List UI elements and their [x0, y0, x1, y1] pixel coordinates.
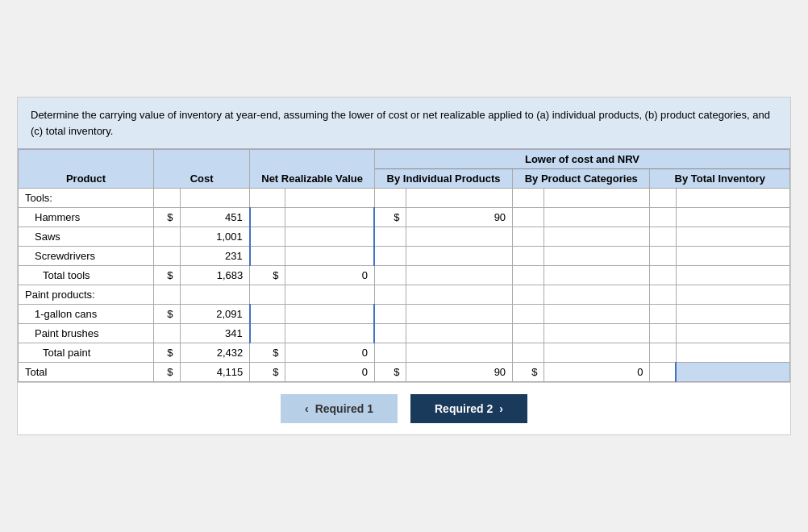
row-paint-header: Paint products: [19, 285, 790, 305]
prev-icon: ‹ [305, 402, 309, 415]
hammers-cost: 451 [180, 208, 250, 227]
total-tools-cost: 1,683 [180, 266, 250, 285]
total-paint-cost: 2,432 [180, 343, 250, 363]
label-total-paint: Total paint [19, 343, 154, 363]
required-1-label: Required 1 [315, 402, 373, 415]
label-saws: Saws [19, 227, 154, 247]
col-header-lower-label: Lower of cost and NRV [374, 150, 789, 169]
grand-cat-prefix: $ [513, 363, 544, 382]
row-tools-header: Tools: [19, 189, 790, 208]
label-paint-products: Paint products: [19, 285, 154, 305]
hammers-indiv-prefix: $ [374, 208, 406, 227]
hammers-indiv: 90 [406, 208, 513, 227]
row-total-tools: Total tools $ 1,683 $ 0 [19, 266, 790, 285]
grand-indiv: 90 [406, 363, 513, 382]
required-2-button[interactable]: Required 2 › [410, 394, 527, 423]
col-header-by-individual: By Individual Products [374, 169, 512, 189]
table-wrapper: Product Cost Net Realizable Value Lower … [18, 149, 790, 382]
label-screwdrivers: Screwdrivers [19, 247, 154, 266]
grand-cat: 0 [544, 363, 650, 382]
col-header-by-category: By Product Categories [513, 169, 650, 189]
row-saws: Saws 1,001 [19, 227, 790, 247]
total-paint-nrv-prefix: $ [250, 343, 285, 363]
label-tools: Tools: [19, 189, 154, 208]
saws-cost: 1,001 [180, 227, 250, 247]
instruction-content: Determine the carrying value of inventor… [31, 109, 770, 137]
total-tools-nrv-prefix: $ [250, 266, 285, 285]
total-tools-cost-prefix: $ [154, 266, 181, 285]
header-row-1: Product Cost Net Realizable Value Lower … [19, 150, 790, 169]
total-paint-nrv: 0 [285, 343, 375, 363]
label-paint-brushes: Paint brushes [19, 324, 154, 343]
grand-indiv-prefix: $ [374, 363, 406, 382]
hammers-cost-prefix: $ [154, 208, 181, 227]
row-screwdrivers: Screwdrivers 231 [19, 247, 790, 266]
grand-cost: 4,115 [180, 363, 250, 382]
inventory-table: Product Cost Net Realizable Value Lower … [18, 149, 790, 382]
label-gallon-cans: 1-gallon cans [19, 305, 154, 324]
total-tools-nrv: 0 [285, 266, 375, 285]
required-2-label: Required 2 [435, 402, 493, 415]
row-grand-total: Total $ 4,115 $ 0 $ 90 $ 0 [19, 363, 790, 382]
col-header-cost: Cost [154, 150, 250, 189]
row-total-paint: Total paint $ 2,432 $ 0 [19, 343, 790, 363]
total-paint-cost-prefix: $ [154, 343, 181, 363]
row-paint-brushes: Paint brushes 341 [19, 324, 790, 343]
instruction-text: Determine the carrying value of inventor… [18, 98, 790, 149]
grand-nrv: 0 [285, 363, 375, 382]
col-header-product: Product [19, 150, 154, 189]
gallon-cost: 2,091 [180, 305, 250, 324]
brushes-cost: 341 [180, 324, 250, 343]
label-hammers: Hammers [19, 208, 154, 227]
grand-cost-prefix: $ [154, 363, 181, 382]
label-total-tools: Total tools [19, 266, 154, 285]
grand-nrv-prefix: $ [250, 363, 285, 382]
label-total: Total [19, 363, 154, 382]
main-container: Determine the carrying value of inventor… [17, 97, 791, 435]
next-icon: › [499, 402, 503, 415]
screwdrivers-cost: 231 [180, 247, 250, 266]
col-header-by-total: By Total Inventory [650, 169, 790, 189]
col-header-nrv: Net Realizable Value [250, 150, 375, 189]
required-1-button[interactable]: ‹ Required 1 [281, 394, 398, 423]
gallon-cost-prefix: $ [154, 305, 181, 324]
footer-bar: ‹ Required 1 Required 2 › [18, 382, 790, 434]
row-hammers: Hammers $ 451 $ 90 [19, 208, 790, 227]
row-gallon-cans: 1-gallon cans $ 2,091 [19, 305, 790, 324]
